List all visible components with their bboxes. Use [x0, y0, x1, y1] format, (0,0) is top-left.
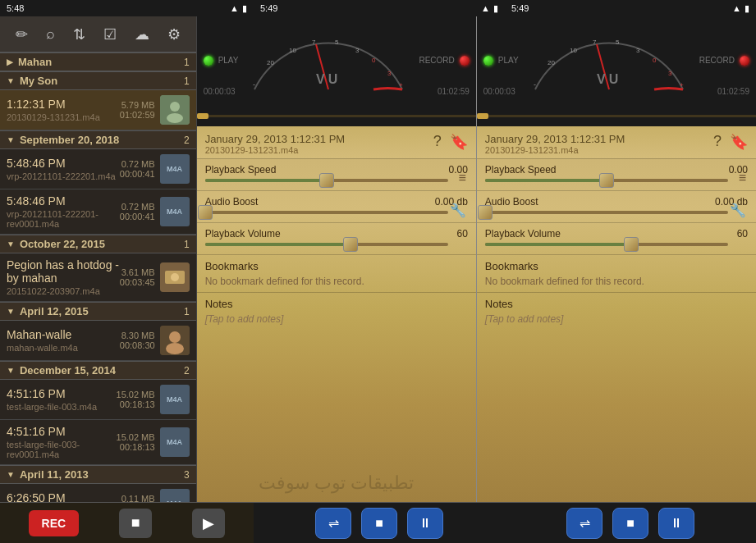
notes-section-1: Notes [Tap to add notes]	[197, 292, 476, 464]
playback-speed-slider-1[interactable]: ≡	[205, 179, 448, 182]
svg-text:0: 0	[653, 57, 657, 64]
edit-button[interactable]: ✏	[9, 22, 34, 47]
rec-thumb-myson-1	[160, 95, 190, 125]
playback-volume-section-2: Playback Volume 60	[477, 222, 756, 254]
help-icon-2[interactable]: ?	[713, 133, 722, 151]
section-dec2014[interactable]: ▼ December 15, 2014 2	[0, 361, 196, 380]
rec-info-apr2015-1: Mahan-walle mahan-walle.m4a	[7, 328, 120, 353]
vol-knob-1[interactable]	[343, 237, 358, 252]
wifi-icon: ▲	[230, 3, 239, 13]
rec-time-apr2013-1: 6:26:50 PM	[7, 491, 120, 502]
bookmark-icon-2[interactable]: 🔖	[730, 133, 748, 151]
rec-duration-dec2014-1: 00:18:13	[117, 399, 155, 409]
rec-size-sep2018-1: 0.72 MB	[120, 159, 155, 169]
boost-icon-2: 🔧	[730, 203, 746, 218]
svg-text:20: 20	[548, 59, 555, 66]
play-arrow-mahan: ▶	[7, 57, 13, 66]
section-apr2013[interactable]: ▼ April 11, 2013 3	[0, 465, 196, 484]
audio-boost-section-1: Audio Boost 0.00 db 🔧	[197, 190, 476, 222]
recording-item-dec2014-1[interactable]: 4:51:16 PM test-large-file-003.m4a 15.02…	[0, 380, 196, 420]
rec-time-dec2014-1: 4:51:16 PM	[7, 387, 117, 400]
loop-button-1[interactable]: ⇌	[315, 508, 351, 539]
recording-item-sep2018-1[interactable]: 5:48:46 PM vrp-20121101-222201.m4a 0.72 …	[0, 149, 196, 189]
section-apr2015[interactable]: ▼ April 12, 2015 1	[0, 302, 196, 321]
speed-knob-2[interactable]	[599, 173, 614, 188]
waveform-svg-1	[197, 107, 476, 126]
player-controls-2: ⇌ ■ ⏸	[505, 508, 756, 539]
recording-item-oct2015-1[interactable]: Pegion has a hotdog - by mahan 20151022-…	[0, 253, 196, 302]
waveform-2[interactable]	[477, 107, 756, 126]
pause-button-1[interactable]: ⏸	[407, 508, 443, 539]
section-sep2018[interactable]: ▼ September 20, 2018 2	[0, 130, 196, 149]
audio-boost-slider-1[interactable]: 🔧	[205, 211, 448, 214]
waveform-1[interactable]	[197, 107, 476, 126]
vol-knob-2[interactable]	[624, 237, 639, 252]
play-button-left[interactable]: ▶	[192, 509, 225, 538]
rec-button[interactable]: REC	[29, 510, 80, 536]
svg-text:VU: VU	[316, 72, 341, 86]
bottom-left: REC ■ ▶	[0, 502, 254, 543]
speed-icon-2: ≡	[739, 171, 746, 185]
notes-placeholder-1[interactable]: [Tap to add notes]	[205, 313, 468, 325]
section-oct2015-left: ▼ October 22, 2015	[7, 238, 105, 250]
boost-knob-2[interactable]	[478, 205, 493, 220]
recording-item-dec2014-2[interactable]: 4:51:16 PM test-large-file-003-rev0001.m…	[0, 420, 196, 465]
rec-size-sep2018-2: 0.72 MB	[120, 202, 155, 212]
search-button[interactable]: ⌕	[39, 22, 62, 46]
speed-knob-1[interactable]	[319, 173, 334, 188]
sort-button[interactable]: ⇅	[66, 22, 92, 47]
section-mahan-count: 1	[184, 57, 190, 68]
svg-text:5: 5	[616, 39, 620, 46]
rec-meta-sep2018-1: 0.72 MB 00:00:41	[120, 159, 155, 179]
led-red-1	[460, 56, 470, 66]
notes-placeholder-2[interactable]: [Tap to add notes]	[485, 313, 748, 325]
recording-item-myson-1[interactable]: 1:12:31 PM 20130129-131231.m4a 5.79 MB 0…	[0, 90, 196, 130]
help-icon-1[interactable]: ?	[433, 133, 442, 151]
player-date-1: January 29, 2013 1:12:31 PM	[205, 133, 346, 145]
loop-button-2[interactable]: ⇌	[566, 508, 603, 539]
check-button[interactable]: ☑	[97, 22, 123, 47]
section-mahan-label: Mahan	[18, 56, 52, 68]
section-myson[interactable]: ▼ My Son 1	[0, 71, 196, 90]
rec-meta-myson-1: 5.79 MB 01:02:59	[120, 100, 155, 120]
stop-button-2[interactable]: ■	[612, 508, 648, 539]
recording-item-apr2013-1[interactable]: 6:26:50 PM 20130411-182650.m4a 0.11 MB 0…	[0, 484, 196, 502]
waveform-svg-2	[477, 107, 756, 126]
svg-text:-: -	[534, 80, 536, 89]
battery-icon: ▮	[242, 3, 247, 14]
svg-text:0: 0	[372, 57, 376, 64]
playback-volume-slider-2[interactable]	[485, 243, 728, 246]
recording-item-apr2015-1[interactable]: Mahan-walle mahan-walle.m4a 8.30 MB 00:0…	[0, 321, 196, 361]
rec-time-dec2014-2: 4:51:16 PM	[7, 425, 117, 438]
bookmark-icon-1[interactable]: 🔖	[450, 133, 468, 151]
right-panels: PLAY - 20 10 7 5	[197, 16, 756, 502]
recording-list[interactable]: ▶ Mahan 1 ▼ My Son 1 1:12:31 PM 20130129…	[0, 52, 196, 502]
boost-knob-1[interactable]	[198, 205, 213, 220]
cloud-button[interactable]: ☁	[128, 22, 156, 47]
notes-title-2: Notes	[485, 298, 748, 310]
playback-speed-slider-2[interactable]: ≡	[485, 179, 728, 182]
rec-thumb-oct2015-1	[160, 262, 190, 292]
section-apr2013-left: ▼ April 11, 2013	[7, 468, 89, 481]
stop-button-left[interactable]: ■	[119, 509, 152, 538]
player-filename-2: 20130129-131231.m4a	[485, 145, 625, 155]
audio-boost-slider-2[interactable]: 🔧	[485, 211, 728, 214]
rec-filename-sep2018-1: vrp-20121101-222201.m4a	[7, 171, 120, 181]
notes-title-1: Notes	[205, 298, 468, 310]
rec-info-dec2014-2: 4:51:16 PM test-large-file-003-rev0001.m…	[7, 425, 117, 459]
section-oct2015[interactable]: ▼ October 22, 2015 1	[0, 235, 196, 253]
bookmarks-section-1: Bookmarks No bookmark defined for this r…	[197, 254, 476, 292]
rec-duration-dec2014-2: 00:18:13	[117, 442, 155, 452]
playback-volume-slider-1[interactable]	[205, 243, 448, 246]
audio-boost-label-1: Audio Boost	[205, 196, 259, 208]
settings-button[interactable]: ⚙	[161, 22, 187, 47]
rec-info-sep2018-2: 5:48:46 PM vrp-20121101-222201-rev0001.m…	[7, 194, 120, 229]
rec-time-apr2015-1: Mahan-walle	[7, 328, 120, 341]
vu-arc-1: - 20 10 7 5 3 0 3 + VU	[238, 28, 419, 94]
playback-speed-section-1: Playback Speed 0.00 ≡	[197, 158, 476, 190]
recording-item-sep2018-2[interactable]: 5:48:46 PM vrp-20121101-222201-rev0001.m…	[0, 189, 196, 235]
rec-duration-sep2018-2: 00:00:41	[120, 212, 155, 221]
pause-button-2[interactable]: ⏸	[658, 508, 694, 539]
section-mahan[interactable]: ▶ Mahan 1	[0, 52, 196, 71]
stop-button-1[interactable]: ■	[361, 508, 397, 539]
